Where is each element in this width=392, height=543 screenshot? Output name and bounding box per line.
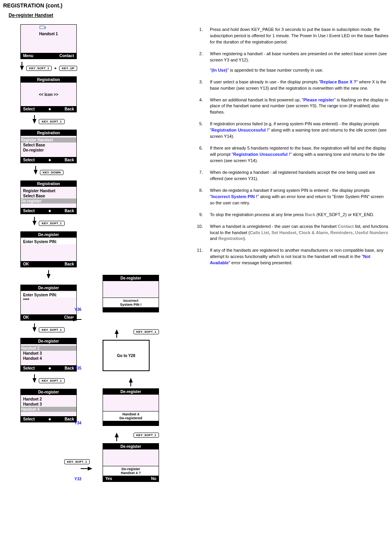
screen-y25: Y25 Handset 1 Menu Contact	[3, 24, 78, 59]
screen-y33: Y33 KEY_SOFT_1 De-register De-register H…	[85, 443, 160, 482]
key-pill: KEY_SOFT_1	[39, 221, 64, 226]
softkey-right[interactable]: Back	[65, 262, 74, 266]
screen-y27: Y27 Registration Register Handset Select…	[3, 130, 78, 163]
nav-updown-icon: ◆	[49, 107, 51, 111]
softkey-left[interactable]: Select	[23, 209, 34, 213]
softkey-left[interactable]: Select	[23, 366, 34, 370]
note-text: When a handset is unregistered - the use…	[210, 224, 389, 242]
softkey-right[interactable]: No	[151, 476, 156, 481]
nav-updown-icon: ◆	[49, 209, 51, 213]
pin-input[interactable]: ****	[23, 298, 74, 303]
list-item[interactable]: De-register	[23, 148, 74, 153]
arrow-down-icon	[33, 221, 36, 225]
note-item: 10.When a handset is unregistered - the …	[195, 224, 389, 242]
screen-y34: Y34 De-register Handset 4 De-registered	[85, 388, 160, 426]
softkey-left[interactable]: OK	[23, 262, 29, 266]
nav-updown-icon: ◆	[49, 158, 51, 162]
screen-title: Registration	[21, 181, 76, 187]
screen-label: Y34	[74, 421, 81, 425]
note-item: 11.If any of the handsets are registered…	[195, 247, 389, 266]
softkey-right[interactable]: Back	[65, 417, 74, 421]
list-item[interactable]: Register Handset	[21, 137, 76, 143]
arrow-down-icon	[33, 327, 36, 332]
softkey-right[interactable]: Back	[65, 209, 74, 213]
note-text: If registration process failed (e.g, if …	[210, 121, 389, 140]
softkey-right[interactable]: Back	[65, 366, 74, 370]
note-text: Press and hold down KEY_PAGE for 3 secon…	[210, 27, 389, 45]
screen-label: Y36	[74, 307, 81, 312]
handset-name: Handset 1	[23, 32, 74, 36]
note-item: 7.When de-registering a handset - all re…	[195, 170, 389, 182]
screen-title: De-register	[103, 389, 159, 395]
list-item[interactable]: Handset 2	[21, 346, 76, 351]
softkey-left[interactable]: Menu	[23, 54, 33, 58]
prompt-text: Enter System PIN:	[21, 239, 76, 244]
note-text: When registering a handset - all base nu…	[210, 51, 389, 74]
prompt-text: Enter System PIN:	[21, 292, 76, 298]
softkey-left[interactable]: Select	[23, 158, 34, 162]
screen-y28: Y28 Registration Register Handset Select…	[3, 180, 78, 214]
key-pill: KEY_SOFT_1	[39, 378, 64, 383]
arrow-down-icon	[33, 378, 36, 383]
softkey-left[interactable]: OK	[23, 315, 29, 319]
key-pill: KEY_DOWN	[40, 170, 63, 175]
list-item[interactable]: Select Base	[23, 143, 74, 148]
softkey-left[interactable]: Yes	[105, 476, 112, 481]
screen-label: Y35	[74, 366, 81, 370]
note-item: 3.If user select a base already in use -…	[195, 79, 389, 92]
page-title: REGISTRATION (cont.)	[3, 2, 389, 9]
arrow-down-icon	[34, 170, 38, 175]
list-item[interactable]: Handset 3	[23, 351, 74, 356]
battery-icon	[40, 26, 45, 29]
key-pill: KEY_SOFT_1	[26, 66, 52, 71]
note-number: 7.	[195, 170, 203, 182]
note-item: 4.When an additional handset is first po…	[195, 97, 389, 116]
softkey-left[interactable]: Select	[23, 107, 34, 111]
screen-title: Registration	[21, 77, 76, 83]
note-text: When de-registering a handset - all regi…	[210, 170, 389, 182]
message-line: De-registered	[119, 416, 142, 420]
screen-title: De-register	[21, 285, 76, 291]
screen-y32: Y32 De-register Handset 2 Handset 3 Hand…	[3, 389, 78, 422]
note-text: If user select a base already in use - t…	[210, 79, 389, 92]
icon-placeholder: << Icon >>	[39, 92, 58, 97]
list-item[interactable]: Select Base	[23, 193, 74, 198]
note-text: When an additional handset is first powe…	[210, 97, 389, 116]
nav-updown-icon: ◆	[49, 417, 51, 421]
softkey-left[interactable]: Select	[23, 417, 34, 421]
note-text: When de-registering a handset if wrong s…	[210, 188, 389, 206]
screen-label: Y33	[74, 477, 81, 481]
screen-y26: Y26 Registration << Icon >> Select ◆ Bac…	[3, 76, 78, 112]
arrow-up-icon	[129, 378, 133, 382]
key-pill: KEY_SOFT_1	[64, 459, 90, 464]
list-item[interactable]: Handset 3	[23, 402, 74, 407]
message-line: De-register	[121, 467, 140, 471]
note-item: 6.If there are already 5 handsets regist…	[195, 145, 389, 164]
arrow-left-icon	[70, 318, 74, 321]
nav-updown-icon: ◆	[49, 366, 51, 370]
screen-y30: Y30 De-register Enter System PIN: **** O…	[3, 285, 78, 321]
note-text: If there are already 5 handsets register…	[210, 145, 389, 164]
screen-y35: Y35 Go to Y28	[85, 340, 160, 371]
list-item[interactable]: Register Handset	[23, 188, 74, 193]
list-item[interactable]: De-register	[21, 198, 76, 204]
key-pill: KEY_SOFT_1	[134, 329, 159, 334]
screen-title: De-register	[21, 232, 76, 238]
softkey-right[interactable]: Back	[65, 107, 74, 111]
note-number: 6.	[195, 145, 203, 164]
list-item[interactable]: Handset 4	[21, 407, 76, 412]
softkey-right[interactable]: Contact	[60, 54, 74, 58]
note-number: 3.	[195, 79, 203, 92]
softkey-right[interactable]: Back	[65, 158, 74, 162]
screen-y29: Y29 De-register Enter System PIN: OK Bac…	[3, 231, 78, 267]
screen-title: De-register	[103, 275, 159, 281]
note-item: 5.If registration process failed (e.g, i…	[195, 121, 389, 140]
note-number: 2.	[195, 51, 203, 74]
key-pill: KEY_SOFT_1	[39, 119, 64, 124]
section-title: De-register Handset	[9, 13, 389, 18]
list-item[interactable]: Handset 4	[23, 356, 74, 361]
plus-icon: +	[54, 66, 56, 70]
list-item[interactable]: Handset 2	[23, 397, 74, 402]
goto-box: Go to Y28	[103, 340, 150, 371]
screen-y36: Y36 De-register Incorrect System PIN !	[85, 275, 160, 312]
